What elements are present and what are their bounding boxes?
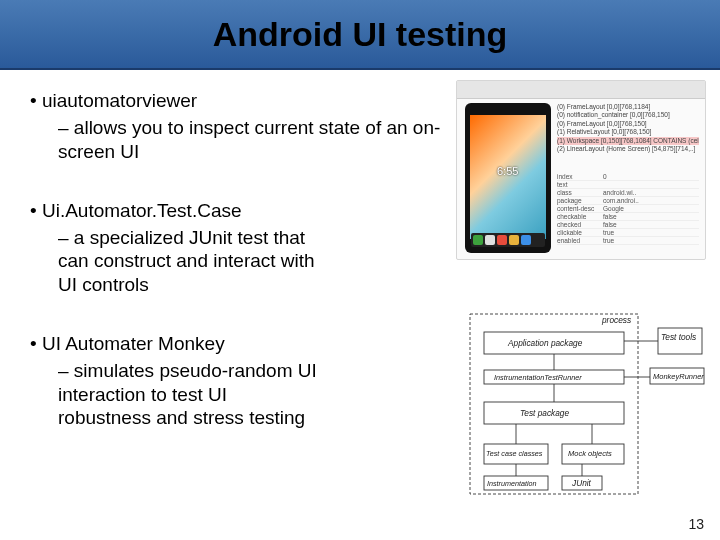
tree-line-highlighted: (1) Workspace [0,150][768,1084] CONTAINS…: [557, 137, 699, 145]
prop-key: checkable: [557, 213, 603, 220]
prop-key: class: [557, 189, 603, 196]
diagram-label-instrumentation: Instrumentation: [487, 479, 537, 488]
page-number: 13: [688, 516, 704, 532]
bullet-2: Ui.Automator.Test.Case: [30, 200, 445, 222]
figure1-dock: [471, 233, 545, 247]
bullet-2-sub: a specialized JUnit test that can constr…: [58, 226, 324, 297]
prop-key: package: [557, 197, 603, 204]
tree-line: (0) FrameLayout [0,0][768,1184]: [557, 103, 699, 111]
diagram-label-test-tools: Test tools: [661, 332, 696, 342]
slide-title: Android UI testing: [213, 15, 508, 54]
prop-key: clickable: [557, 229, 603, 236]
figure-architecture: process Application package Test tools I…: [464, 308, 706, 504]
diagram-label-test-package: Test package: [520, 408, 569, 418]
bullet-3: UI Automater Monkey: [30, 333, 445, 355]
figure1-titlebar: [457, 81, 705, 99]
diagram-label-process: process: [601, 315, 631, 325]
prop-key: enabled: [557, 237, 603, 244]
prop-key: text: [557, 181, 603, 188]
prop-val: android.wi..: [603, 189, 699, 196]
figure1-phone: 6:55: [465, 103, 551, 253]
slide: Android UI testing uiautomatorviewer all…: [0, 0, 720, 540]
messages-icon: [509, 235, 519, 245]
diagram-label-junit: JUnit: [571, 478, 592, 488]
prop-key: content-desc: [557, 205, 603, 212]
figure1-phone-screen: [470, 115, 546, 239]
diagram-label-mock: Mock objects: [568, 449, 612, 458]
prop-key: checked: [557, 221, 603, 228]
diagram-label-monkeyrunner: MonkeyRunner: [653, 372, 704, 381]
bullet-3-sub: simulates pseudo-random UI interaction t…: [58, 359, 324, 430]
figure1-properties: index0 text classandroid.wi.. packagecom…: [557, 173, 699, 253]
prop-val: com.androi..: [603, 197, 699, 204]
diagram-label-tcc: Test case classes: [486, 449, 543, 458]
figure-uiautomatorviewer: 6:55 (0) FrameLayout [0,0][768,1184] (0)…: [456, 80, 706, 260]
bullet-1: uiautomatorviewer: [30, 90, 445, 112]
diagram-label-instr-runner: InstrumentationTestRunner: [494, 373, 582, 382]
tree-line: (0) notification_container [0,0][768,150…: [557, 111, 699, 119]
tree-line: (0) FrameLayout [0,0][768,150]: [557, 120, 699, 128]
prop-val: false: [603, 221, 699, 228]
prop-val: false: [603, 213, 699, 220]
prop-val: true: [603, 237, 699, 244]
diagram-label-app-package: Application package: [507, 338, 583, 348]
apps-icon: [497, 235, 507, 245]
prop-val: Google: [603, 205, 699, 212]
prop-val: true: [603, 229, 699, 236]
figure1-clock: 6:55: [497, 165, 518, 177]
phone-icon: [473, 235, 483, 245]
contacts-icon: [485, 235, 495, 245]
tree-line: (1) RelativeLayout [0,0][768,150]: [557, 128, 699, 136]
prop-val: [603, 181, 699, 188]
prop-key: index: [557, 173, 603, 180]
bullet-list: uiautomatorviewer allows you to inspect …: [30, 90, 445, 430]
browser-icon: [521, 235, 531, 245]
title-band: Android UI testing: [0, 0, 720, 70]
figure1-tree: (0) FrameLayout [0,0][768,1184] (0) noti…: [557, 103, 699, 169]
bullet-1-sub: allows you to inspect current state of a…: [58, 116, 445, 164]
tree-line: (2) LinearLayout (Home Screen) [54,875][…: [557, 145, 699, 153]
prop-val: 0: [603, 173, 699, 180]
